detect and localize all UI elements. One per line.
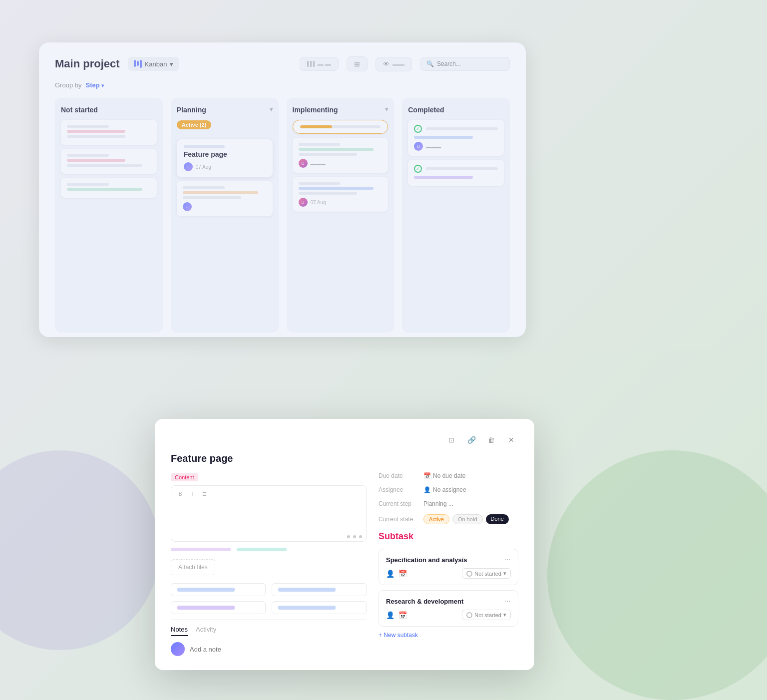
- media-dot: [353, 535, 356, 538]
- kanban-view-icon: [134, 60, 142, 68]
- current-state-label: Current state: [379, 516, 423, 523]
- progress-bar: [300, 125, 381, 128]
- subtask-menu-button-2[interactable]: ···: [504, 597, 511, 606]
- card-line: [299, 182, 341, 185]
- person-icon: 👤: [423, 486, 431, 493]
- col-title-implementing: Implementing ▾: [293, 106, 388, 114]
- search-input[interactable]: [437, 60, 503, 67]
- kanban-card-3[interactable]: [61, 178, 157, 198]
- column-planning: Planning ▾ Active (2) Feature page U 07 …: [171, 98, 279, 333]
- card-line: [299, 192, 357, 195]
- current-step-row: Current step Planning ...: [379, 500, 518, 507]
- bg-circle-left: [0, 450, 160, 650]
- card-line: [299, 148, 374, 151]
- detail-modal: ⊡ 🔗 🗑 ✕ Feature page Content B I ☰: [155, 419, 534, 670]
- card-meta: U: [183, 202, 267, 211]
- status-circle-icon: [466, 571, 472, 577]
- filter-button[interactable]: ▬ ▬: [300, 57, 339, 71]
- form-row-1: [171, 583, 367, 596]
- step-chevron-icon: ▾: [101, 83, 104, 88]
- subtask-title-2: Research & development: [386, 598, 463, 605]
- group-by-value[interactable]: Step ▾: [85, 81, 104, 89]
- kanban-card-2[interactable]: [61, 149, 157, 174]
- form-row-2: [171, 601, 367, 614]
- kanban-card-7[interactable]: ✓ U ▬▬▬: [408, 120, 504, 156]
- card-line: [299, 153, 357, 156]
- card-meta: U ▬▬▬: [299, 159, 383, 168]
- group-button[interactable]: ⊞: [347, 56, 368, 71]
- state-done-badge[interactable]: Done: [486, 514, 509, 524]
- file-skeleton: [171, 548, 231, 551]
- kanban-card-8[interactable]: ✓: [408, 160, 504, 186]
- card-line: [426, 127, 498, 130]
- new-subtask-button[interactable]: + New subtask: [379, 632, 518, 639]
- link-icon[interactable]: 🔗: [464, 433, 478, 447]
- search-icon: 🔍: [426, 60, 434, 67]
- assignee-row: Assignee 👤 No assignee: [379, 486, 518, 493]
- subtask-status-dropdown-1[interactable]: Not started ▾: [462, 568, 511, 579]
- editor-content[interactable]: [171, 502, 366, 532]
- form-field-2[interactable]: [272, 583, 367, 596]
- tab-activity[interactable]: Activity: [196, 626, 216, 636]
- field-skeleton: [278, 606, 336, 610]
- due-date-value: 📅 No due date: [423, 472, 465, 479]
- card-meta: U 07 Aug: [184, 162, 266, 171]
- kanban-columns: Not started Planning ▾: [55, 98, 510, 333]
- view-selector-button[interactable]: Kanban ▾: [128, 57, 180, 71]
- subtask-status-dropdown-2[interactable]: Not started ▾: [462, 610, 511, 620]
- kanban-card-1[interactable]: [61, 120, 157, 145]
- attach-files-button[interactable]: Attach files: [171, 559, 215, 575]
- card-line: [183, 186, 225, 189]
- feature-page-card[interactable]: Feature page U 07 Aug: [177, 139, 273, 177]
- assignee-label: Assignee: [379, 486, 423, 493]
- note-input-row: [171, 642, 367, 656]
- kanban-card-5[interactable]: U ▬▬▬: [293, 138, 388, 173]
- form-field-1[interactable]: [171, 583, 266, 596]
- card-line: [426, 167, 498, 170]
- close-icon[interactable]: ✕: [504, 433, 518, 447]
- card-line: [67, 135, 125, 138]
- person-icon: 👤: [386, 611, 394, 619]
- subtask-menu-button-1[interactable]: ···: [504, 555, 511, 564]
- kanban-card-4[interactable]: U: [177, 181, 273, 216]
- field-skeleton: [278, 588, 336, 592]
- due-date-label: Due date: [379, 472, 423, 479]
- search-box[interactable]: 🔍: [420, 57, 510, 71]
- card-line: [183, 196, 241, 199]
- note-input[interactable]: [190, 646, 367, 653]
- column-completed: Completed ✓ U ▬▬▬ ✓: [402, 98, 510, 333]
- eye-icon: 👁: [383, 60, 389, 68]
- current-step-value: Planning ...: [423, 500, 453, 507]
- settings-button[interactable]: 👁 ▬▬: [376, 57, 412, 71]
- share-icon[interactable]: ⊡: [444, 433, 458, 447]
- subtask-section-title: Subtask: [379, 531, 518, 542]
- calendar-icon: 📅: [398, 570, 407, 578]
- content-tag: Content: [171, 473, 198, 481]
- settings-label: ▬▬: [392, 60, 404, 67]
- card-meta: U 07 Aug: [299, 198, 383, 207]
- col-title-completed: Completed: [408, 106, 504, 114]
- editor-toolbar: B I ☰: [171, 486, 366, 502]
- group-icon: ⊞: [354, 60, 360, 68]
- form-field-3[interactable]: [171, 601, 266, 614]
- kanban-card-6[interactable]: U 07 Aug: [293, 177, 388, 212]
- list-icon[interactable]: ☰: [199, 489, 209, 499]
- project-title: Main project: [55, 57, 120, 70]
- tab-notes[interactable]: Notes: [171, 626, 188, 636]
- bold-icon[interactable]: B: [175, 489, 185, 499]
- state-onhold-badge[interactable]: On hold: [452, 514, 483, 524]
- trash-icon[interactable]: 🗑: [484, 433, 498, 447]
- subtask-status-label-1: Not started: [474, 571, 501, 577]
- card-line: [67, 159, 125, 162]
- italic-icon[interactable]: I: [187, 489, 197, 499]
- column-not-started: Not started: [55, 98, 163, 333]
- media-dot: [347, 535, 350, 538]
- avatar: U: [184, 162, 193, 171]
- form-field-4[interactable]: [272, 601, 367, 614]
- status-circle-icon: [466, 612, 472, 618]
- state-active-badge[interactable]: Active: [423, 514, 449, 524]
- modal-title: Feature page: [171, 453, 518, 464]
- subtask-header-1: Specification and analysis ···: [386, 555, 511, 564]
- file-skeleton: [237, 548, 287, 551]
- subtask-status-label-2: Not started: [474, 612, 501, 618]
